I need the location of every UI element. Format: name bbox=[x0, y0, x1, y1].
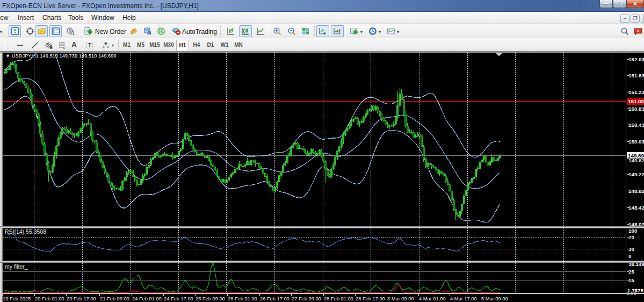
svg-text:5 Mar 09:00: 5 Mar 09:00 bbox=[481, 296, 508, 301]
svg-text:38.1496: 38.1496 bbox=[628, 261, 644, 267]
svg-text:100: 100 bbox=[628, 228, 638, 234]
svg-text:148.826: 148.826 bbox=[628, 188, 644, 194]
svg-text:27 Feb 09:00: 27 Feb 09:00 bbox=[292, 296, 321, 301]
svg-text:151.236: 151.236 bbox=[628, 89, 644, 95]
svg-text:4 Mar 17:00: 4 Mar 17:00 bbox=[450, 296, 477, 301]
svg-text:148.026: 148.026 bbox=[628, 221, 644, 227]
svg-text:150.836: 150.836 bbox=[628, 106, 644, 112]
svg-text:RSI(14) 55.3508: RSI(14) 55.3508 bbox=[5, 228, 46, 235]
svg-text:21 Feb 09:00: 21 Feb 09:00 bbox=[100, 296, 129, 301]
svg-text:F: F bbox=[63, 46, 66, 50]
svg-text:28 Feb 01:00: 28 Feb 01:00 bbox=[324, 296, 353, 301]
svg-text:15: 15 bbox=[628, 277, 634, 283]
svg-text:0: 0 bbox=[628, 253, 632, 259]
svg-text:149.699: 149.699 bbox=[628, 153, 644, 159]
svg-text:20 Feb 01:00: 20 Feb 01:00 bbox=[35, 296, 64, 301]
svg-text:150.036: 150.036 bbox=[628, 139, 644, 145]
svg-text:26 Feb 17:00: 26 Feb 17:00 bbox=[260, 296, 290, 301]
svg-text:70: 70 bbox=[628, 234, 634, 240]
svg-text:151.006: 151.006 bbox=[628, 98, 644, 104]
svg-text:T: T bbox=[88, 42, 91, 48]
svg-text:19 Feb 2025: 19 Feb 2025 bbox=[3, 296, 31, 301]
svg-text:24 Feb 01:00: 24 Feb 01:00 bbox=[132, 296, 162, 301]
svg-text:28 Feb 17:00: 28 Feb 17:00 bbox=[356, 296, 385, 301]
svg-text:▼ USDJPY,H1 149.510 149.739 1: ▼ USDJPY,H1 149.510 149.739 149.510 149.… bbox=[5, 53, 117, 59]
svg-text:26 Feb 01:00: 26 Feb 01:00 bbox=[228, 296, 257, 301]
svg-text:150.436: 150.436 bbox=[628, 122, 644, 128]
svg-text:20 Feb 17:00: 20 Feb 17:00 bbox=[67, 296, 96, 301]
svg-text:E: E bbox=[50, 46, 53, 49]
svg-text:4 Mar 01:00: 4 Mar 01:00 bbox=[419, 296, 446, 301]
svg-text:my filter_: my filter_ bbox=[5, 263, 28, 270]
svg-text:148.426: 148.426 bbox=[628, 205, 644, 211]
svg-text:25: 25 bbox=[628, 269, 634, 275]
svg-text:30: 30 bbox=[628, 246, 634, 252]
svg-text:3 Mar 09:00: 3 Mar 09:00 bbox=[387, 296, 414, 301]
svg-text:24 Feb 17:00: 24 Feb 17:00 bbox=[164, 296, 193, 301]
svg-text:25 Feb 09:00: 25 Feb 09:00 bbox=[196, 296, 225, 301]
svg-text:1.7878: 1.7878 bbox=[627, 287, 644, 293]
svg-text:152.036: 152.036 bbox=[628, 56, 644, 62]
svg-text:149.226: 149.226 bbox=[628, 171, 644, 177]
svg-text:151.636: 151.636 bbox=[628, 73, 644, 78]
